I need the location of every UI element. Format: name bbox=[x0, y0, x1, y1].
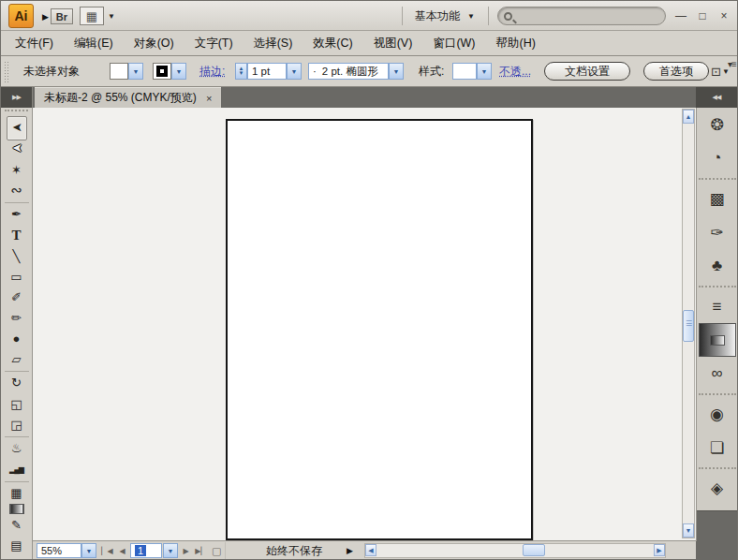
chevron-down-icon[interactable]: ▼ bbox=[389, 63, 404, 80]
tab-close-icon[interactable]: × bbox=[206, 93, 212, 104]
status-popup-icon[interactable]: ▶ bbox=[347, 546, 353, 555]
close-button[interactable]: × bbox=[716, 8, 731, 22]
window-controls: — □ × bbox=[673, 8, 731, 22]
line-segment-tool[interactable]: ╲ bbox=[5, 245, 29, 266]
document-setup-button[interactable]: 文档设置 bbox=[544, 56, 630, 86]
menu-item[interactable]: 文件(F) bbox=[5, 32, 64, 55]
color-guide-panel-icon[interactable]: ◔ bbox=[699, 141, 736, 175]
stroke-swatch[interactable] bbox=[153, 63, 171, 80]
stroke-ring-icon bbox=[156, 66, 168, 77]
fill-swatch[interactable] bbox=[110, 63, 128, 80]
symbols-panel-icon[interactable]: ♣ bbox=[699, 249, 736, 283]
first-artboard-button[interactable]: ▏◀ bbox=[100, 543, 114, 558]
minimize-button[interactable]: — bbox=[673, 8, 688, 22]
stroke-panel-icon[interactable]: ≡ bbox=[699, 286, 736, 323]
arrange-documents-button[interactable]: ▦ ▼ bbox=[80, 7, 115, 25]
chevron-down-icon[interactable]: ▼ bbox=[128, 63, 143, 80]
scroll-right-icon[interactable]: ▶ bbox=[654, 544, 665, 556]
menu-item[interactable]: 帮助(H) bbox=[486, 32, 546, 55]
chevron-down-icon[interactable]: ▼ bbox=[163, 543, 178, 558]
gradient-panel-icon[interactable] bbox=[699, 323, 736, 357]
scroll-up-icon[interactable]: ▲ bbox=[683, 110, 694, 124]
previous-artboard-button[interactable]: ◀ bbox=[115, 543, 129, 558]
eyedropper-tool[interactable]: ✎ bbox=[5, 514, 29, 535]
tools-panel-collapse-button[interactable]: ▶▶ bbox=[1, 87, 33, 108]
column-graph-tool[interactable]: ▂▄▆ bbox=[5, 459, 29, 479]
scroll-left-icon[interactable]: ◀ bbox=[365, 544, 376, 556]
color-panel-icon[interactable]: ❂ bbox=[699, 108, 736, 141]
bridge-launcher[interactable]: ▶ Br bbox=[42, 8, 73, 24]
gradient-tool[interactable] bbox=[9, 504, 24, 514]
chevron-down-icon[interactable]: ▼ bbox=[81, 543, 96, 558]
opacity-panel-link[interactable]: 不透... bbox=[499, 56, 531, 86]
preferences-button[interactable]: 首选项 bbox=[643, 56, 709, 86]
rectangle-tool[interactable]: ▭ bbox=[5, 266, 29, 287]
menu-item[interactable]: 视图(V) bbox=[363, 32, 423, 55]
maximize-button[interactable]: □ bbox=[695, 8, 710, 22]
lasso-tool[interactable]: ∾ bbox=[5, 180, 29, 200]
bridge-arrow-icon: ▶ bbox=[42, 12, 49, 22]
zoom-control[interactable]: 55% ▼ bbox=[37, 542, 96, 559]
help-search[interactable] bbox=[497, 7, 666, 25]
illustrator-logo-icon: Ai bbox=[8, 4, 34, 28]
blob-brush-tool[interactable]: ● bbox=[5, 328, 29, 348]
chevron-down-icon[interactable]: ▼ bbox=[171, 63, 186, 80]
slice-tool[interactable]: ▤ bbox=[5, 535, 29, 555]
control-panel-menu[interactable]: ▾≡ bbox=[728, 49, 736, 79]
select-similar-control[interactable]: ⊡ ▼ bbox=[711, 56, 730, 86]
menu-bar: 文件(F) 编辑(E) 对象(O) 文字(T) 选择(S) 效果(C) 视图(V… bbox=[1, 31, 737, 55]
swatches-panel-icon[interactable]: ▩ bbox=[699, 178, 736, 215]
graphic-styles-panel-icon[interactable]: ❏ bbox=[699, 431, 736, 464]
menu-item[interactable]: 效果(C) bbox=[303, 32, 362, 55]
stroke-color-control[interactable]: ▼ bbox=[153, 56, 186, 86]
direct-selection-tool[interactable]: ➤ bbox=[7, 137, 27, 161]
layers-panel-icon[interactable]: ◈ bbox=[699, 467, 736, 505]
fill-color-control[interactable]: ▼ bbox=[110, 56, 143, 86]
magic-wand-tool[interactable]: ✶ bbox=[5, 159, 29, 180]
transparency-panel-icon[interactable]: ∞ bbox=[699, 357, 736, 391]
menu-item[interactable]: 文字(T) bbox=[184, 32, 244, 55]
vertical-scrollbar-thumb[interactable] bbox=[683, 310, 694, 342]
paintbrush-tool[interactable]: ✐ bbox=[5, 287, 29, 307]
brush-definition-control[interactable]: · 2 pt. 椭圆形 ▼ bbox=[308, 56, 404, 86]
graphic-style-control[interactable]: ▼ bbox=[452, 56, 492, 86]
brushes-panel-icon[interactable]: ✑ bbox=[699, 215, 736, 249]
artboard-number-input[interactable]: 1 bbox=[130, 543, 162, 558]
zoom-value[interactable]: 55% bbox=[37, 543, 81, 558]
document-tab[interactable]: 未标题-2 @ 55% (CMYK/预览) × bbox=[35, 87, 221, 108]
workspace-switcher[interactable]: 基本功能 ▼ bbox=[411, 7, 479, 25]
scroll-down-icon[interactable]: ▼ bbox=[683, 523, 694, 538]
menu-item[interactable]: 窗口(W) bbox=[422, 32, 485, 55]
pen-tool[interactable]: ✒ bbox=[5, 202, 29, 225]
free-transform-tool[interactable]: ◲ bbox=[5, 414, 29, 435]
symbol-sprayer-tool[interactable]: ♨ bbox=[5, 436, 29, 459]
stroke-weight-value[interactable]: 1 pt bbox=[247, 63, 287, 80]
appearance-panel-icon[interactable]: ◉ bbox=[699, 393, 736, 431]
stroke-panel-link[interactable]: 描边: bbox=[199, 56, 225, 86]
mesh-tool[interactable]: ▦ bbox=[5, 481, 29, 504]
pencil-tool[interactable]: ✏ bbox=[5, 307, 29, 328]
chevron-down-icon[interactable]: ▼ bbox=[477, 63, 492, 80]
rotate-tool[interactable]: ↻ bbox=[5, 371, 29, 393]
last-artboard-button[interactable]: ▶▏ bbox=[194, 543, 208, 558]
vertical-scrollbar[interactable]: ▲ ▼ bbox=[682, 109, 695, 538]
horizontal-scrollbar-thumb[interactable] bbox=[523, 544, 545, 556]
type-tool[interactable]: T bbox=[5, 225, 29, 245]
bridge-icon: Br bbox=[51, 8, 73, 24]
eraser-tool[interactable]: ▱ bbox=[5, 348, 29, 369]
menu-item[interactable]: 对象(O) bbox=[124, 32, 184, 55]
menu-item[interactable]: 选择(S) bbox=[244, 32, 303, 55]
search-input[interactable] bbox=[517, 9, 648, 22]
stroke-weight-control[interactable]: ▲▼ 1 pt ▼ bbox=[235, 56, 302, 86]
panel-grip[interactable] bbox=[4, 61, 8, 82]
menu-item[interactable]: 编辑(E) bbox=[64, 32, 124, 55]
dock-collapse-button[interactable]: ◀◀ bbox=[696, 87, 737, 108]
canvas[interactable]: ▲ ▼ bbox=[33, 108, 696, 540]
chevron-down-icon[interactable]: ▼ bbox=[287, 63, 302, 80]
app-window: Ai ▶ Br ▦ ▼ 基本功能 ▼ — □ × 文件(F) 编辑(E) bbox=[0, 0, 738, 560]
stroke-weight-stepper[interactable]: ▲▼ bbox=[235, 63, 247, 80]
artboard[interactable] bbox=[226, 119, 533, 540]
scale-tool[interactable]: ◱ bbox=[5, 393, 29, 414]
horizontal-scrollbar[interactable]: ◀ ▶ bbox=[364, 543, 666, 558]
next-artboard-button[interactable]: ▶ bbox=[179, 543, 193, 558]
